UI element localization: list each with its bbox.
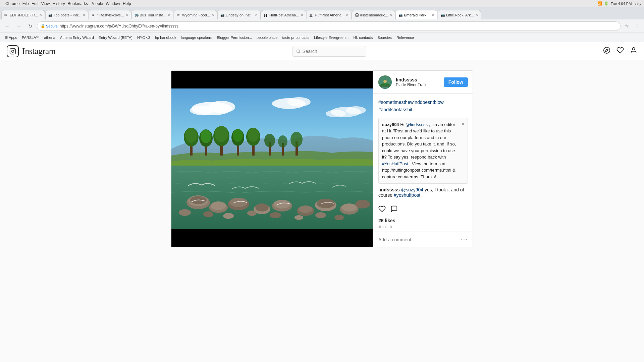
tab-close-wyoming[interactable]: ✕ (211, 13, 214, 17)
bookmark-relevence[interactable]: Relevence (394, 35, 416, 40)
bookmark-apps[interactable]: ⊞ Apps (3, 35, 19, 40)
bookmark-hl[interactable]: HL contacts (351, 35, 375, 40)
tab-lindsay[interactable]: 📷 Lindsay on Inst... ✕ (217, 10, 261, 19)
bookmark-blogger[interactable]: Blogger Permission... (215, 35, 254, 40)
tab-close-top[interactable]: ✕ (83, 13, 85, 17)
tab-close-huff2[interactable]: ✕ (346, 13, 348, 17)
follow-button[interactable]: Follow (444, 77, 468, 87)
svg-point-15 (346, 106, 366, 114)
like-action-icon[interactable] (378, 205, 386, 215)
tab-wyoming[interactable]: 🍽 Wyoming Food... ✕ (174, 10, 217, 19)
tab-close-listen[interactable]: ✕ (389, 13, 392, 17)
ig-location[interactable]: Platte River Trails (396, 82, 444, 87)
svg-point-53 (317, 199, 335, 208)
tab-huffpost1[interactable]: H HuffPost Athena... ✕ (261, 10, 306, 19)
svg-point-1 (12, 50, 14, 52)
tab-close-emerald[interactable]: ✕ (432, 13, 434, 17)
svg-point-59 (223, 213, 234, 219)
svg-point-55 (341, 203, 357, 212)
tab-favicon-bus: 🚌 (135, 13, 139, 17)
svg-point-58 (203, 211, 213, 217)
svg-point-19 (185, 128, 197, 143)
avatar[interactable] (378, 75, 392, 89)
tab-label-lindsay: Lindsay on Inst... (226, 13, 254, 17)
os-menu-history[interactable]: History (53, 1, 65, 6)
os-app-chrome[interactable]: Chrome (5, 1, 20, 6)
add-comment-input[interactable] (378, 237, 461, 242)
tab-close-bus[interactable]: ✕ (168, 13, 170, 17)
tab-close-edit[interactable]: ✕ (39, 13, 42, 17)
svg-point-28 (233, 129, 243, 142)
svg-point-51 (299, 205, 313, 213)
bookmark-hp[interactable]: hp handbook (153, 35, 178, 40)
tab-huffpost2[interactable]: H HuffPost Athena... ✕ (307, 10, 352, 19)
secure-label: Secure (46, 24, 58, 28)
bookmark-nyc[interactable]: NYC <3 (135, 35, 152, 40)
tab-close-huff1[interactable]: ✕ (301, 13, 303, 17)
explore-icon[interactable] (603, 47, 610, 56)
comment-action-icon[interactable] (390, 205, 398, 215)
bookmark-lang[interactable]: language speakers (179, 35, 214, 40)
ig-search-bar[interactable] (292, 46, 366, 57)
bookmark-star-icon[interactable]: ☆ (623, 22, 631, 31)
lock-icon: 🔒 (41, 24, 45, 28)
os-menu-people[interactable]: People (91, 1, 103, 6)
bookmark-people[interactable]: people place (255, 35, 279, 40)
os-menu-window[interactable]: Window (106, 1, 120, 6)
bookmark-hp-label: hp handbook (155, 36, 176, 40)
secure-badge: 🔒 Secure (41, 24, 58, 28)
hashtag-hot[interactable]: #anditshotasshit (378, 107, 412, 112)
more-options-icon[interactable]: ··· (461, 236, 468, 243)
tab-lifestyle[interactable]: ★ * lifestyle-cove... ✕ (89, 10, 131, 19)
search-input[interactable] (302, 49, 362, 54)
bookmark-lang-label: language speakers (181, 36, 212, 40)
ig-logo-icon (7, 45, 19, 57)
ig-logo-text: Instagram (22, 46, 55, 56)
tab-close-lindsay[interactable]: ✕ (255, 13, 258, 17)
svg-point-16 (326, 110, 346, 117)
tab-label-bus: Bus Tour Insta... (140, 13, 166, 17)
hashtag-wind[interactable]: #sometimesthewinddoesntblow (378, 100, 444, 105)
tab-listento[interactable]: 🎧 #listentoameric... ✕ (352, 10, 395, 19)
chrome-menu-icon[interactable]: ⋮ (633, 22, 641, 31)
ig-commenter-suzy[interactable]: suzy904 (382, 122, 399, 127)
forward-button[interactable]: → (14, 21, 23, 31)
tab-close-lifestyle[interactable]: ✕ (125, 13, 128, 17)
ig-hashtag-yeshuff[interactable]: #yeshuffpost (394, 192, 420, 198)
bookmark-taste[interactable]: taste pr contacts (280, 35, 311, 40)
reload-button[interactable]: ↻ (25, 21, 35, 31)
ig-mention-suzy[interactable]: @suzy904 (401, 187, 423, 192)
os-menu-view[interactable]: View (41, 1, 50, 6)
address-bar[interactable]: 🔒 Secure https://www.instagram.com/p/BWY… (37, 21, 621, 31)
heart-icon[interactable] (616, 47, 624, 56)
tab-close-rock[interactable]: ✕ (475, 13, 478, 17)
os-menu-help[interactable]: Help (123, 1, 131, 6)
tab-edit-hold[interactable]: ✉ EDIT/HOLD (Tr... ✕ (1, 10, 45, 19)
bookmark-parslay[interactable]: PARSLAY! (20, 35, 41, 40)
bookmark-entry-beta-label: Entry Wizard (BETA) (99, 36, 132, 40)
toolbar-actions: ☆ ⋮ (623, 22, 641, 31)
bookmark-athena[interactable]: athena (42, 35, 57, 40)
bookmark-entry-beta[interactable]: Entry Wizard (BETA) (97, 35, 135, 40)
os-menu-file[interactable]: File (22, 1, 29, 6)
profile-icon[interactable] (630, 47, 637, 56)
os-menu-edit[interactable]: Edit (32, 1, 39, 6)
back-button[interactable]: ← (3, 21, 12, 31)
bookmark-sourcies[interactable]: Sourcies (375, 35, 394, 40)
os-menu-bookmarks[interactable]: Bookmarks (68, 1, 88, 6)
comment-close-button[interactable]: ✕ (461, 121, 465, 128)
svg-line-4 (299, 52, 300, 53)
tab-little-rock[interactable]: 📷 Little Rock, Ark... ✕ (438, 10, 481, 19)
ig-hashtag-yes[interactable]: #YesHuffPost (382, 161, 408, 166)
tab-top-posts[interactable]: 📷 Top posts - Par... ✕ (45, 10, 89, 19)
tab-emerald[interactable]: 📷 Emerald Park ... ✕ (395, 10, 437, 19)
svg-point-2 (14, 49, 15, 50)
tab-bus-tour[interactable]: 🚌 Bus Tour Insta... ✕ (131, 10, 173, 19)
ig-commenter-linds[interactable]: lindsssss (378, 187, 400, 192)
bookmark-athena-entry[interactable]: Athena Entry Wizard (58, 35, 96, 40)
bookmark-apps-label: Apps (9, 36, 17, 40)
ig-post-header: lindsssss Platte River Trails Follow (373, 71, 473, 94)
ig-username[interactable]: lindsssss (396, 77, 444, 82)
ig-mention-linds[interactable]: @lindsssss (406, 122, 428, 127)
bookmark-lifestyle[interactable]: Lifestyle Evergreen... (312, 35, 351, 40)
